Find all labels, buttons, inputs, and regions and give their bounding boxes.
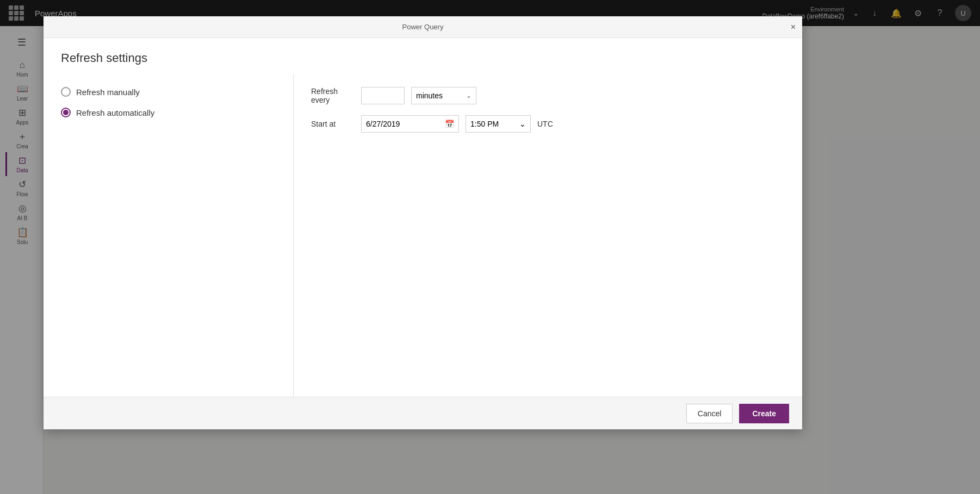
refresh-unit-value: minutes	[416, 91, 443, 100]
refresh-every-label: Refresh every	[311, 87, 355, 104]
radio-inner-automatically	[63, 110, 69, 115]
refresh-every-row: Refresh every minutes ⌄	[311, 87, 785, 104]
dialog-header: Power Query ×	[44, 16, 802, 38]
cancel-button[interactable]: Cancel	[686, 404, 733, 423]
create-button[interactable]: Create	[739, 404, 789, 423]
chevron-down-icon: ⌄	[466, 92, 472, 99]
radio-circle-automatically	[61, 108, 71, 117]
radio-group: Refresh manually Refresh automatically	[61, 87, 276, 117]
radio-manually[interactable]: Refresh manually	[61, 87, 276, 97]
left-panel: Refresh manually Refresh automatically	[44, 74, 294, 397]
start-at-label: Start at	[311, 120, 355, 128]
dialog-content: Refresh manually Refresh automatically R…	[44, 74, 802, 397]
date-value: 6/27/2019	[366, 120, 400, 128]
start-at-row: Start at 6/27/2019 📅 1:50 PM ⌄ UTC	[311, 115, 785, 133]
radio-circle-manually	[61, 87, 71, 97]
radio-automatically[interactable]: Refresh automatically	[61, 108, 276, 117]
dialog-footer: Cancel Create	[44, 397, 802, 429]
time-select[interactable]: 1:50 PM ⌄	[466, 115, 531, 133]
date-picker[interactable]: 6/27/2019 📅	[361, 115, 459, 133]
time-chevron-icon: ⌄	[519, 120, 526, 128]
radio-label-automatically: Refresh automatically	[76, 108, 154, 117]
radio-label-manually: Refresh manually	[76, 87, 140, 97]
refresh-unit-select[interactable]: minutes ⌄	[411, 87, 476, 104]
refresh-every-input[interactable]	[361, 87, 405, 104]
time-value: 1:50 PM	[470, 120, 499, 128]
calendar-icon: 📅	[445, 120, 454, 128]
timezone-label: UTC	[537, 120, 553, 128]
close-button[interactable]: ×	[791, 23, 796, 32]
dialog-header-title: Power Query	[402, 23, 444, 31]
refresh-settings-dialog: Power Query × Refresh settings Refresh m…	[44, 16, 802, 429]
dialog-title: Refresh settings	[44, 38, 802, 74]
right-panel: Refresh every minutes ⌄ Start at 6/27/20…	[294, 74, 802, 397]
